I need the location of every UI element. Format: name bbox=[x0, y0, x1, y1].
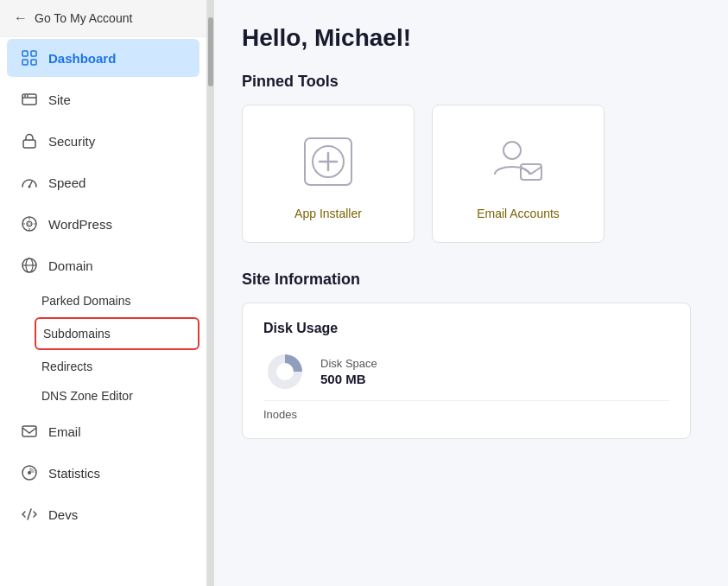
globe-icon bbox=[21, 257, 38, 274]
stats-icon bbox=[21, 464, 38, 481]
svg-point-18 bbox=[28, 471, 31, 475]
inodes-row: Inodes bbox=[263, 400, 669, 421]
sidebar-label-dashboard: Dashboard bbox=[48, 51, 116, 66]
svg-rect-1 bbox=[31, 51, 36, 56]
pinned-tools-section: Pinned Tools App Installer bbox=[242, 73, 700, 243]
sidebar-subitem-parked-domains[interactable]: Parked Domains bbox=[0, 286, 206, 315]
sidebar-label-devs: Devs bbox=[48, 507, 78, 522]
go-to-account-label: Go To My Account bbox=[35, 11, 132, 25]
grid-icon bbox=[21, 49, 38, 67]
sidebar-subitem-redirects[interactable]: Redirects bbox=[0, 352, 206, 381]
sidebar-item-speed[interactable]: Speed bbox=[7, 163, 199, 201]
dns-zone-editor-label: DNS Zone Editor bbox=[41, 389, 133, 403]
sidebar-item-security[interactable]: Security bbox=[7, 122, 199, 160]
disk-space-value: 500 MB bbox=[320, 372, 377, 386]
svg-rect-3 bbox=[31, 60, 36, 65]
svg-point-7 bbox=[27, 95, 28, 97]
parked-domains-label: Parked Domains bbox=[41, 294, 131, 308]
disk-space-label: Disk Space bbox=[320, 357, 377, 370]
app-installer-label: App Installer bbox=[294, 207, 362, 220]
sidebar-item-devs[interactable]: Devs bbox=[7, 495, 199, 533]
sidebar-item-wordpress[interactable]: WordPress bbox=[7, 205, 199, 243]
svg-point-24 bbox=[503, 142, 521, 159]
sidebar: ← Go To My Account Dashboard Site bbox=[0, 0, 207, 586]
email-accounts-label: Email Accounts bbox=[477, 207, 560, 220]
wordpress-icon bbox=[21, 215, 38, 232]
sidebar-label-domain: Domain bbox=[48, 258, 93, 273]
site-info-title: Site Information bbox=[242, 271, 700, 289]
app-installer-card[interactable]: App Installer bbox=[242, 105, 415, 243]
disk-usage-card: Disk Usage Disk Space 500 MB Inodes bbox=[242, 303, 691, 439]
svg-point-27 bbox=[276, 363, 294, 380]
email-accounts-card[interactable]: Email Accounts bbox=[432, 105, 605, 243]
main-content: Hello, Michael! Pinned Tools App Install… bbox=[214, 0, 728, 586]
sidebar-item-domain[interactable]: Domain bbox=[7, 246, 199, 284]
svg-rect-2 bbox=[22, 60, 28, 65]
sidebar-subitem-subdomains[interactable]: Subdomains bbox=[35, 317, 199, 350]
speed-icon bbox=[21, 174, 38, 191]
site-icon bbox=[21, 91, 38, 108]
inodes-label-text: Inodes bbox=[263, 408, 297, 421]
disk-usage-title: Disk Usage bbox=[263, 321, 669, 336]
redirects-label: Redirects bbox=[41, 360, 92, 373]
svg-rect-8 bbox=[23, 140, 35, 148]
subdomains-label: Subdomains bbox=[43, 327, 111, 341]
site-information-section: Site Information Disk Usage Disk Space 5… bbox=[242, 271, 700, 439]
pinned-tools-title: Pinned Tools bbox=[242, 73, 700, 91]
go-to-account-link[interactable]: ← Go To My Account bbox=[0, 0, 206, 37]
disk-space-row: Disk Space 500 MB bbox=[263, 350, 669, 393]
sidebar-label-email: Email bbox=[48, 424, 81, 439]
sidebar-item-site[interactable]: Site bbox=[7, 80, 199, 118]
sidebar-label-security: Security bbox=[48, 134, 95, 149]
sidebar-item-email[interactable]: Email bbox=[7, 412, 199, 450]
sidebar-subitem-dns-zone-editor[interactable]: DNS Zone Editor bbox=[0, 381, 206, 411]
svg-point-6 bbox=[24, 95, 26, 97]
svg-rect-0 bbox=[22, 51, 28, 56]
app-installer-icon bbox=[294, 127, 363, 196]
svg-rect-16 bbox=[22, 426, 36, 436]
devs-icon bbox=[21, 506, 38, 523]
sidebar-item-dashboard[interactable]: Dashboard bbox=[7, 39, 199, 77]
disk-usage-chart bbox=[263, 350, 307, 393]
disk-space-info: Disk Space 500 MB bbox=[320, 357, 377, 386]
svg-point-10 bbox=[28, 186, 31, 188]
sidebar-item-statistics[interactable]: Statistics bbox=[7, 454, 199, 492]
email-accounts-icon bbox=[484, 127, 553, 196]
svg-rect-25 bbox=[521, 164, 541, 180]
email-icon bbox=[21, 423, 38, 440]
sidebar-label-wordpress: WordPress bbox=[48, 217, 112, 232]
sidebar-label-speed: Speed bbox=[48, 175, 85, 190]
greeting-heading: Hello, Michael! bbox=[242, 24, 700, 52]
sidebar-label-site: Site bbox=[48, 92, 71, 107]
svg-line-19 bbox=[28, 509, 31, 519]
pinned-tools-grid: App Installer Email Accounts bbox=[242, 105, 700, 243]
sidebar-label-statistics: Statistics bbox=[48, 466, 100, 481]
lock-icon bbox=[21, 132, 38, 150]
back-arrow-icon: ← bbox=[14, 10, 28, 26]
